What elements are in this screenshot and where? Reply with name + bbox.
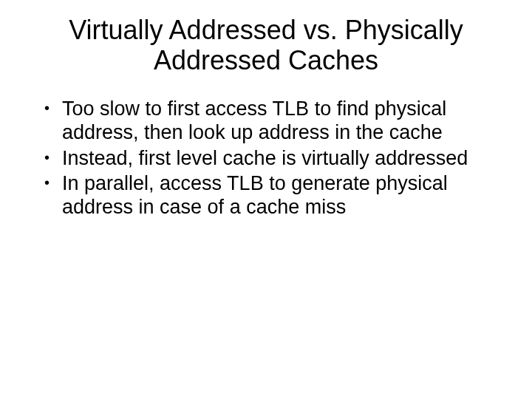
- bullet-list: • Too slow to first access TLB to find p…: [37, 97, 495, 219]
- bullet-icon: •: [44, 146, 62, 168]
- list-item: • Too slow to first access TLB to find p…: [44, 97, 495, 145]
- list-item: • In parallel, access TLB to generate ph…: [44, 171, 495, 219]
- bullet-text: Instead, first level cache is virtually …: [62, 146, 495, 170]
- list-item: • Instead, first level cache is virtuall…: [44, 146, 495, 170]
- bullet-icon: •: [44, 171, 62, 194]
- slide-title: Virtually Addressed vs. Physically Addre…: [37, 15, 495, 76]
- bullet-text: In parallel, access TLB to generate phys…: [62, 171, 495, 219]
- bullet-text: Too slow to first access TLB to find phy…: [62, 97, 495, 145]
- bullet-icon: •: [44, 97, 62, 119]
